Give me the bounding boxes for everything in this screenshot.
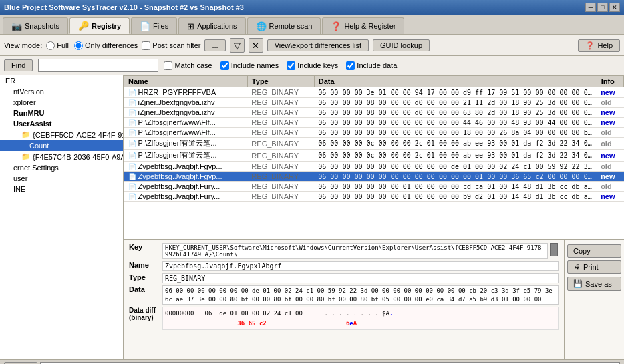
dots-button[interactable]: ... bbox=[204, 39, 225, 51]
cell-name: 📄 Zvpebfbsg.Jvaqbjf.Fury... bbox=[124, 192, 248, 202]
status-bar: Jump to HKEY_CURRENT_USER\Software\Micro… bbox=[0, 359, 624, 364]
cell-data: 06 00 00 00 00 00 00 01 00 00 00 00 b9 d… bbox=[314, 192, 597, 202]
tree-label: Count bbox=[29, 142, 49, 150]
data-table[interactable]: Name Type Data Info 📄 HRZR_PGYFRFFFVBARE… bbox=[124, 75, 624, 239]
print-button[interactable]: 🖨 Print bbox=[567, 260, 621, 274]
detail-panel: Key HKEY_CURRENT_USER\Software\Microsoft… bbox=[124, 239, 624, 359]
table-row[interactable]: 📄 P:\Zlfbsgjnerf有道云笔...REG_BINARY06 00 0… bbox=[124, 150, 624, 162]
tree-item-internet-settings[interactable]: ernet Settings bbox=[0, 162, 123, 173]
save-as-button[interactable]: 💾 Save as bbox=[567, 277, 621, 291]
tree-item-guid1[interactable]: 📁 {CEBFF5CD-ACE2-4F4F-9178-99 bbox=[0, 129, 123, 140]
tab-applications[interactable]: ⊞ Applications bbox=[178, 17, 245, 34]
cell-type: REG_BINARY bbox=[247, 138, 314, 150]
include-keys-input[interactable] bbox=[287, 61, 295, 70]
cell-type: REG_BINARY bbox=[247, 172, 314, 182]
maximize-button[interactable]: □ bbox=[597, 3, 608, 12]
tree-item-er[interactable]: ER bbox=[0, 75, 123, 86]
name-label: Name bbox=[129, 261, 162, 269]
table-row[interactable]: 📄 P:\Zlfbsgjnerf有道云笔...REG_BINARY06 00 0… bbox=[124, 138, 624, 150]
find-input[interactable] bbox=[38, 59, 158, 72]
tree-label: RunMRU bbox=[13, 109, 44, 117]
minimize-button[interactable]: ─ bbox=[585, 3, 596, 12]
copy-button[interactable]: Copy bbox=[567, 244, 621, 258]
include-data-check[interactable]: Include data bbox=[346, 61, 397, 70]
tree-item-guid2[interactable]: 📁 {F4E57C4B-2036-45F0-A9AB-44 bbox=[0, 151, 123, 162]
tree-item-runmru[interactable]: RunMRU bbox=[0, 108, 123, 118]
filter-icon-btn[interactable]: ▽ bbox=[230, 38, 245, 53]
radio-full[interactable]: Full bbox=[46, 41, 69, 50]
cell-info: old bbox=[597, 162, 623, 172]
tree-item-count[interactable]: Count bbox=[0, 140, 123, 151]
col-name[interactable]: Name bbox=[124, 76, 248, 87]
title-bar: Blue Project Software SysTracer v2.10 - … bbox=[0, 0, 624, 15]
cell-name: 📄 P:\Zlfbsgjnerf\www\Flf... bbox=[124, 118, 248, 128]
tab-files[interactable]: 📄 Files bbox=[131, 17, 177, 34]
clear-filter-btn[interactable]: ✕ bbox=[249, 38, 263, 53]
radio-diff[interactable]: Only differences bbox=[74, 41, 138, 50]
table-row[interactable]: 📄 iZjner.Jbexfgngvba.izhvREG_BINARY06 00… bbox=[124, 98, 624, 108]
folder-icon: 📁 bbox=[21, 130, 31, 139]
table-row[interactable]: 📄 P:\Zlfbsgjnerf\www\Flf...REG_BINARY06 … bbox=[124, 118, 624, 128]
cell-data: 06 00 00 00 3e 01 00 00 94 17 00 00 d9 f… bbox=[314, 87, 597, 98]
include-names-input[interactable] bbox=[220, 61, 229, 70]
cell-type: REG_BINARY bbox=[247, 98, 314, 108]
tree-item-explorer[interactable]: xplorer bbox=[0, 97, 123, 108]
cell-name: 📄 Zvpebfbsg.Jvaqbjf.Fgvp... bbox=[124, 162, 248, 172]
tree-item-ntversion[interactable]: ntVersion bbox=[0, 86, 123, 97]
table-row[interactable]: 📄 Zvpebfbsg.Jvaqbjf.Fgvp...REG_BINARY06 … bbox=[124, 172, 624, 182]
tree-item-ine[interactable]: INE bbox=[0, 184, 123, 194]
diff-label: Data diff (binary) bbox=[129, 307, 162, 321]
post-scan-filter-input[interactable] bbox=[142, 41, 150, 50]
cell-type: REG_BINARY bbox=[247, 150, 314, 162]
cell-type: REG_BINARY bbox=[247, 182, 314, 192]
table-row[interactable]: 📄 HRZR_PGYFRFFFVBAREG_BINARY06 00 00 00 … bbox=[124, 87, 624, 98]
cell-name: 📄 iZjner.Jbexfgngvba.izhv bbox=[124, 98, 248, 108]
help-button[interactable]: ❓ Help bbox=[578, 39, 620, 52]
tab-help[interactable]: ❓ Help & Register bbox=[322, 17, 404, 34]
window-controls: ─ □ ✕ bbox=[585, 3, 620, 12]
post-scan-filter-check[interactable]: Post scan filter bbox=[142, 41, 200, 50]
tab-remote-scan[interactable]: 🌐 Remote scan bbox=[247, 17, 321, 34]
cell-type: REG_BINARY bbox=[247, 108, 314, 118]
key-label: Key bbox=[129, 243, 162, 251]
guid-button[interactable]: GUID lookup bbox=[373, 39, 430, 51]
match-case-input[interactable] bbox=[164, 61, 172, 70]
view-mode-label: View mode: bbox=[4, 41, 42, 49]
col-info[interactable]: Info bbox=[597, 76, 623, 87]
help-register-icon: ❓ bbox=[331, 21, 341, 31]
tree-item-user[interactable]: user bbox=[0, 173, 123, 184]
cell-data: 06 00 00 00 0c 00 00 00 2c 01 00 00 ab e… bbox=[314, 138, 597, 150]
include-keys-check[interactable]: Include keys bbox=[287, 61, 338, 70]
table-row[interactable]: 📄 Zvpebfbsg.Jvaqbjf.Fgvp...REG_BINARY06 … bbox=[124, 162, 624, 172]
find-button[interactable]: Find bbox=[4, 59, 33, 71]
close-button[interactable]: ✕ bbox=[609, 3, 620, 12]
diff-content: 00000000 06 de 01 00 00 02 24 c1 00 . . … bbox=[162, 307, 559, 330]
cell-data: 06 00 00 00 00 00 00 00 00 00 00 00 44 4… bbox=[314, 118, 597, 128]
cell-type: REG_BINARY bbox=[247, 118, 314, 128]
files-icon: 📄 bbox=[140, 21, 150, 31]
col-data[interactable]: Data bbox=[314, 76, 597, 87]
tree-item-userassist[interactable]: UserAssist bbox=[0, 118, 123, 129]
match-case-check[interactable]: Match case bbox=[164, 61, 212, 70]
radio-full-input[interactable] bbox=[46, 41, 55, 50]
cell-info: new bbox=[597, 108, 623, 118]
col-type[interactable]: Type bbox=[247, 76, 314, 87]
tabs-bar: 📷 Snapshots 🔑 Registry 📄 Files ⊞ Applica… bbox=[0, 15, 624, 35]
window-title: Blue Project Software SysTracer v2.10 - … bbox=[4, 3, 244, 11]
tab-snapshots[interactable]: 📷 Snapshots bbox=[3, 17, 68, 34]
detail-name-row: Name Zvpebfbsg.Jvaqbjf.FgvpxlAbgrf bbox=[129, 261, 559, 271]
cell-info: new bbox=[597, 87, 623, 98]
table-row[interactable]: 📄 iZjner.Jbexfgngvba.izhvREG_BINARY06 00… bbox=[124, 108, 624, 118]
tab-registry[interactable]: 🔑 Registry bbox=[69, 17, 130, 34]
cell-type: REG_BINARY bbox=[247, 192, 314, 202]
export-button[interactable]: View\export differences list bbox=[267, 39, 369, 51]
include-data-input[interactable] bbox=[346, 61, 355, 70]
table-row[interactable]: 📄 Zvpebfbsg.Jvaqbjf.Fury...REG_BINARY06 … bbox=[124, 192, 624, 202]
type-value: REG_BINARY bbox=[162, 273, 559, 283]
diff-hex-new: 36 65 c2 6eA bbox=[165, 320, 357, 327]
cell-info: old bbox=[597, 98, 623, 108]
include-names-check[interactable]: Include names bbox=[220, 61, 279, 70]
radio-diff-input[interactable] bbox=[74, 41, 83, 50]
table-row[interactable]: 📄 Zvpebfbsg.Jvaqbjf.Fury...REG_BINARY06 … bbox=[124, 182, 624, 192]
table-row[interactable]: 📄 P:\Zlfbsgjnerf\www\Flf...REG_BINARY06 … bbox=[124, 128, 624, 138]
